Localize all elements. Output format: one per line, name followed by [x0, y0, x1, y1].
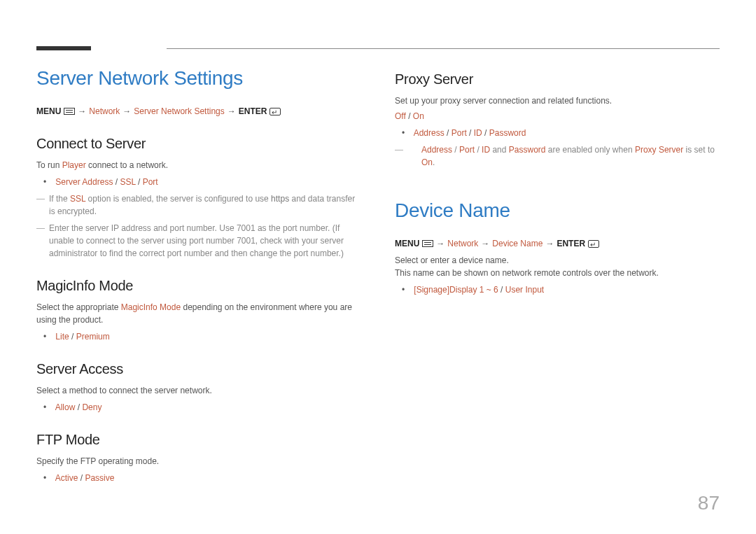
option-label: On — [413, 111, 424, 121]
text: option is enabled, the server is configu… — [85, 194, 271, 204]
path-label-enter: ENTER — [239, 105, 267, 118]
option-label: Port — [451, 128, 467, 138]
arrow-icon: → — [122, 105, 131, 118]
option-label: Passive — [85, 473, 114, 483]
footnote: Enter the server IP address and port num… — [36, 222, 361, 260]
option-label: Off — [395, 111, 406, 121]
text: https — [271, 194, 289, 204]
separator: / — [482, 128, 489, 138]
footnote: Address / Port / ID and Password are ena… — [395, 143, 720, 169]
text: To run — [36, 160, 62, 170]
enter-icon — [588, 240, 599, 248]
footnote: If the SSL option is enabled, the server… — [36, 192, 361, 218]
option-label: Password — [509, 145, 546, 155]
option-label: Deny — [82, 402, 102, 412]
option-label: Active — [55, 473, 78, 483]
path-step: Device Name — [492, 237, 542, 250]
text: . — [433, 157, 435, 167]
option-item: Lite / Premium — [53, 330, 361, 343]
option-label: Port — [143, 177, 158, 187]
separator: / — [475, 145, 482, 155]
separator: / — [452, 145, 459, 155]
option-label: [Signage]Display 1 ~ 6 — [414, 285, 498, 295]
page-number: 87 — [698, 492, 720, 514]
text: If the — [49, 194, 70, 204]
path-label-menu: MENU — [36, 105, 61, 118]
header-rule — [36, 48, 720, 52]
option-label: Port — [459, 145, 475, 155]
option-list: Server Address / SSL / Port — [36, 176, 361, 188]
option-label: ID — [482, 145, 490, 155]
body-text: Select the appropriate MagicInfo Mode de… — [36, 301, 361, 326]
separator: / — [498, 285, 505, 295]
separator: / — [78, 473, 85, 483]
option-label: ID — [474, 128, 482, 138]
separator: / — [113, 177, 120, 187]
section-heading-server-network: Server Network Settings — [36, 67, 361, 90]
option-list: Active / Passive — [36, 472, 361, 484]
path-step: Network — [447, 237, 478, 250]
subsection-ftp-mode: FTP Mode — [36, 432, 361, 448]
path-label-enter: ENTER — [556, 237, 585, 250]
body-text: Set up your proxy server connection and … — [395, 94, 720, 107]
path-step: Server Network Settings — [134, 105, 224, 118]
separator: / — [69, 332, 76, 342]
option-list: Lite / Premium — [36, 330, 361, 343]
menu-icon — [64, 108, 75, 115]
option-item: [Signage]Display 1 ~ 6 / User Input — [412, 283, 720, 296]
arrow-icon: → — [481, 237, 489, 250]
header-line — [167, 48, 720, 49]
subsection-magicinfo-mode: MagicInfo Mode — [36, 278, 361, 294]
option-label: Lite — [55, 332, 69, 342]
menu-path-server-network: MENU → Network → Server Network Settings… — [36, 105, 361, 118]
right-column: Proxy Server Set up your proxy server co… — [395, 67, 720, 486]
left-column: Server Network Settings MENU → Network →… — [36, 67, 361, 486]
option-item: Address / Port / ID / Password — [412, 127, 720, 139]
option-label: SSL — [120, 177, 135, 187]
option-label: Allow — [55, 402, 76, 412]
option-label: Address — [421, 145, 452, 155]
option-label: Proxy Server — [635, 145, 683, 155]
option-item: Server Address / SSL / Port — [53, 176, 361, 188]
page-content: Server Network Settings MENU → Network →… — [36, 67, 720, 486]
option-item: Allow / Deny — [53, 401, 361, 414]
subsection-server-access: Server Access — [36, 361, 361, 377]
arrow-icon: → — [545, 237, 554, 250]
enter-icon — [270, 108, 281, 115]
header-accent — [36, 46, 91, 50]
menu-icon — [422, 240, 433, 247]
menu-path-device-name: MENU → Network → Device Name → ENTER — [395, 237, 720, 250]
option-label: On — [421, 157, 433, 167]
separator: / — [75, 402, 82, 412]
body-text: Select or enter a device name. — [395, 254, 720, 267]
path-label-menu: MENU — [395, 237, 419, 250]
option-list: Allow / Deny — [36, 401, 361, 414]
text: connect to a network. — [86, 160, 168, 170]
option-label: MagicInfo Mode — [121, 302, 181, 312]
option-label: SSL — [70, 194, 85, 204]
body-text: Select a method to connect the server ne… — [36, 384, 361, 397]
option-list: Address / Port / ID / Password — [395, 127, 720, 139]
option-label: Password — [489, 128, 526, 138]
subsection-connect-to-server: Connect to Server — [36, 136, 361, 152]
text: and — [490, 145, 509, 155]
option-label: Address — [414, 128, 444, 138]
section-heading-device-name: Device Name — [395, 199, 720, 222]
arrow-icon: → — [436, 237, 444, 250]
body-text: This name can be shown on network remote… — [395, 267, 720, 279]
text: is set to — [683, 145, 715, 155]
option-list: [Signage]Display 1 ~ 6 / User Input — [395, 283, 720, 296]
separator: / — [467, 128, 474, 138]
option-label: Player — [62, 160, 86, 170]
option-item: Active / Passive — [53, 472, 361, 484]
separator: / — [406, 111, 413, 121]
subsection-proxy-server: Proxy Server — [395, 71, 720, 87]
separator: / — [444, 128, 451, 138]
separator: / — [136, 177, 143, 187]
option-label: Premium — [76, 332, 110, 342]
arrow-icon: → — [227, 105, 236, 118]
path-step: Network — [89, 105, 120, 118]
body-text: Off / On — [395, 110, 720, 122]
body-text: Specify the FTP operating mode. — [36, 455, 361, 468]
option-label: Server Address — [55, 177, 113, 187]
